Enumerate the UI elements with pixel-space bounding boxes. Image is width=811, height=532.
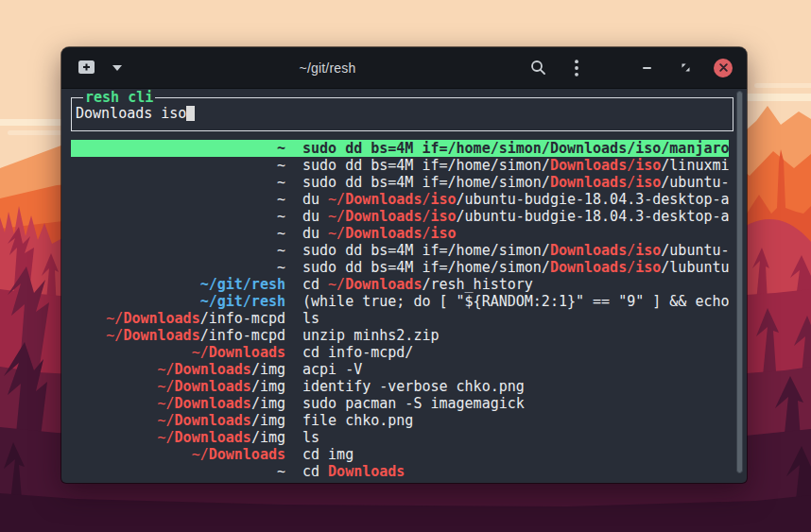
terminal-window: ~/git/resh — [61, 47, 747, 483]
text-segment: iso — [635, 157, 661, 174]
minimize-icon — [643, 67, 651, 69]
text-segment: ~/ — [158, 395, 175, 412]
history-row[interactable]: ~du ~/Downloads/iso/ubuntu-budgie-18.04.… — [71, 208, 729, 225]
text-segment: /img — [251, 412, 285, 429]
text-segment: du — [302, 225, 328, 242]
row-command: ls — [302, 310, 729, 327]
row-context: ~ — [71, 157, 285, 174]
row-context: ~/Downloads/info-mcpd — [71, 310, 285, 327]
terminal-content: resh cli Downloads iso ~sudo dd bs=4M if… — [61, 89, 747, 482]
column-gap — [285, 310, 302, 327]
row-context: ~/Downloads/img — [71, 412, 285, 429]
history-row[interactable]: ~cd Downloads — [71, 463, 729, 480]
column-gap — [285, 242, 302, 259]
text-segment: Downloads — [209, 446, 285, 463]
search-icon — [530, 60, 546, 76]
kebab-menu-icon — [575, 60, 578, 77]
row-context: ~ — [71, 140, 285, 157]
menu-button[interactable] — [566, 58, 587, 78]
text-segment: Downloads — [345, 276, 422, 293]
text-segment: /info-mcpd — [200, 310, 285, 327]
history-row[interactable]: ~sudo dd bs=4M if=/home/simon/Downloads/… — [71, 174, 729, 191]
text-segment: sudo dd bs=4M if=/home/simon/ — [302, 174, 550, 191]
history-row[interactable]: ~/Downloads/imgls — [71, 429, 729, 446]
text-segment: Downloads — [175, 429, 251, 446]
text-segment: sudo pacman -S imagemagick — [302, 395, 525, 412]
text-segment: Downloads — [175, 395, 251, 412]
row-command: (while true; do [ "${RANDOM:2:1}" == "9"… — [302, 293, 729, 310]
text-segment: / — [627, 157, 635, 174]
text-segment: ~ — [277, 463, 285, 480]
column-gap — [285, 157, 302, 174]
history-row-selected[interactable]: ~sudo dd bs=4M if=/home/simon/Downloads/… — [71, 140, 729, 157]
history-row[interactable]: ~du ~/Downloads/iso — [71, 225, 729, 242]
titlebar[interactable]: ~/git/resh — [61, 47, 747, 89]
column-gap — [285, 276, 302, 293]
row-context: ~ — [71, 242, 285, 259]
history-row[interactable]: ~/Downloads/imgidentify -verbose chko.pn… — [71, 378, 729, 395]
text-segment: identify -verbose chko.png — [302, 378, 525, 395]
column-gap — [285, 446, 302, 463]
text-segment: Downloads — [345, 208, 422, 225]
column-gap — [285, 225, 302, 242]
text-segment: ~ — [277, 225, 285, 242]
row-context: ~/Downloads — [71, 344, 285, 361]
text-segment: /lubuntu — [661, 259, 729, 276]
minimize-button[interactable] — [636, 58, 657, 78]
column-gap — [285, 463, 302, 480]
history-row[interactable]: ~sudo dd bs=4M if=/home/simon/Downloads/… — [71, 259, 729, 276]
history-row[interactable]: ~/git/reshcd ~/Downloads/resh_history — [71, 276, 729, 293]
text-segment: Downloads — [550, 242, 627, 259]
row-command: sudo dd bs=4M if=/home/simon/Downloads/i… — [302, 174, 729, 191]
text-segment: iso — [635, 242, 661, 259]
search-input[interactable]: Downloads iso — [72, 98, 733, 122]
text-segment: /img — [251, 378, 285, 395]
row-command: acpi -V — [302, 361, 729, 378]
scrollbar[interactable] — [735, 91, 744, 473]
new-tab-icon — [78, 60, 95, 76]
history-row[interactable]: ~/Downloadscd img — [71, 446, 729, 463]
text-segment: Downloads — [345, 191, 422, 208]
text-segment: ~/ — [192, 344, 209, 361]
text-segment: acpi -V — [302, 361, 362, 378]
text-segment: cd — [302, 463, 328, 480]
search-button[interactable] — [527, 58, 548, 78]
history-row[interactable]: ~/Downloads/imgacpi -V — [71, 361, 729, 378]
column-gap — [285, 395, 302, 412]
column-gap — [285, 344, 302, 361]
history-row[interactable]: ~sudo dd bs=4M if=/home/simon/Downloads/… — [71, 157, 729, 174]
row-command: cd img — [302, 446, 729, 463]
text-segment: Downloads — [175, 361, 251, 378]
row-command: cd Downloads — [302, 463, 729, 480]
text-segment: iso — [635, 174, 661, 191]
history-row[interactable]: ~/Downloads/info-mcpdls — [71, 310, 729, 327]
tab-switcher-caret-button[interactable] — [107, 58, 128, 78]
row-command: ls — [302, 429, 729, 446]
text-segment: file chko.png — [302, 412, 413, 429]
row-command: sudo dd bs=4M if=/home/simon/Downloads/i… — [302, 242, 729, 259]
history-row[interactable]: ~sudo dd bs=4M if=/home/simon/Downloads/… — [71, 242, 729, 259]
history-row[interactable]: ~/Downloads/imgfile chko.png — [71, 412, 729, 429]
new-tab-button[interactable] — [76, 58, 96, 78]
row-context: ~ — [71, 259, 285, 276]
text-segment: ~ — [277, 174, 285, 191]
window-title: ~/git/resh — [128, 60, 527, 76]
text-segment: Downloads — [209, 344, 285, 361]
history-row[interactable]: ~/git/resh(while true; do [ "${RANDOM:2:… — [71, 293, 729, 310]
history-row[interactable]: ~/Downloads/info-mcpdunzip minhs2.zip — [71, 327, 729, 344]
text-segment: ~/ — [158, 378, 175, 395]
history-row[interactable]: ~/Downloads/imgsudo pacman -S imagemagic… — [71, 395, 729, 412]
text-segment: ls — [302, 429, 319, 446]
restore-button[interactable] — [675, 58, 696, 78]
row-context: ~/Downloads/img — [71, 361, 285, 378]
resh-search-panel: resh cli Downloads iso — [71, 97, 733, 131]
text-segment: Downloads — [123, 327, 199, 344]
text-segment: /info-mcpd — [200, 327, 285, 344]
row-command: du ~/Downloads/iso — [302, 225, 729, 242]
history-row[interactable]: ~du ~/Downloads/iso/ubuntu-budgie-18.04.… — [71, 191, 729, 208]
scrollbar-thumb[interactable] — [736, 91, 743, 473]
column-gap — [285, 378, 302, 395]
text-segment: sudo dd bs=4M if=/home/simon/ — [302, 259, 550, 276]
history-row[interactable]: ~/Downloadscd info-mcpd/ — [71, 344, 729, 361]
close-button[interactable] — [714, 59, 733, 77]
